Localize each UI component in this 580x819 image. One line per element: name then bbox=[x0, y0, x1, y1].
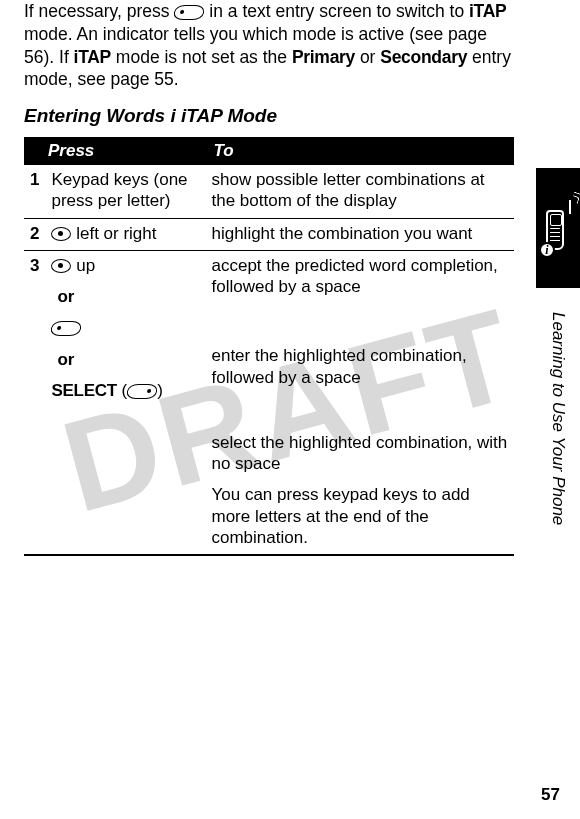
press-cell: up or or SELECT () bbox=[45, 250, 205, 555]
press-cell: Keypad keys (one press per letter) bbox=[45, 165, 205, 218]
intro-text: If necessary, press bbox=[24, 1, 174, 21]
mode-label: iTAP bbox=[74, 47, 111, 67]
to-text: enter the highlighted combination, follo… bbox=[211, 345, 508, 388]
step-number: 3 bbox=[24, 250, 45, 555]
press-cell: left or right bbox=[45, 218, 205, 250]
side-rail: i Learning to Use Your Phone bbox=[536, 168, 580, 764]
step-number: 2 bbox=[24, 218, 45, 250]
press-text: left or right bbox=[71, 224, 156, 243]
secondary-label: Secondary bbox=[380, 47, 467, 67]
table-row: 3 up or or SELECT () bbox=[24, 250, 514, 555]
step-number: 1 bbox=[24, 165, 45, 218]
col-to: To bbox=[205, 137, 514, 165]
antenna-icon bbox=[569, 200, 571, 214]
or-label: or bbox=[57, 286, 199, 307]
section-heading: Entering Words i iTAP Mode bbox=[24, 105, 514, 127]
page: DRAFT If necessary, press in a text entr… bbox=[0, 0, 580, 819]
press-text: ( bbox=[117, 381, 127, 400]
nav-key-icon bbox=[51, 225, 71, 242]
menu-key-icon bbox=[174, 3, 204, 21]
phone-icon: i bbox=[543, 202, 573, 254]
content-column: If necessary, press in a text entry scre… bbox=[24, 0, 514, 556]
primary-label: Primary bbox=[292, 47, 355, 67]
table-header-row: Press To bbox=[24, 137, 514, 165]
mode-label: iTAP bbox=[469, 1, 506, 21]
to-cell: highlight the combination you want bbox=[205, 218, 514, 250]
nav-key-icon bbox=[51, 257, 71, 274]
select-label: SELECT bbox=[51, 381, 116, 400]
page-number: 57 bbox=[541, 785, 560, 805]
instructions-table: Press To 1 Keypad keys (one press per le… bbox=[24, 137, 514, 556]
soft-key-icon bbox=[51, 319, 81, 336]
to-cell: accept the predicted word completion, fo… bbox=[205, 250, 514, 555]
or-label: or bbox=[57, 349, 199, 370]
intro-paragraph: If necessary, press in a text entry scre… bbox=[24, 0, 514, 91]
to-text: You can press keypad keys to add more le… bbox=[211, 484, 508, 548]
to-text: select the highlighted combination, with… bbox=[211, 432, 508, 475]
press-text: ) bbox=[157, 381, 163, 400]
info-badge-icon: i bbox=[539, 242, 555, 258]
press-text: up bbox=[71, 256, 95, 275]
tab-icon-box: i bbox=[536, 168, 580, 288]
section-title: Learning to Use Your Phone bbox=[536, 312, 568, 592]
intro-text: mode is not set as the bbox=[111, 47, 292, 67]
table-row: 1 Keypad keys (one press per letter) sho… bbox=[24, 165, 514, 218]
col-press: Press bbox=[24, 137, 205, 165]
right-soft-key-icon bbox=[127, 382, 157, 399]
intro-text: in a text entry screen to switch to bbox=[204, 1, 469, 21]
to-cell: show possible letter combinations at the… bbox=[205, 165, 514, 218]
to-text: accept the predicted word completion, fo… bbox=[211, 255, 508, 298]
intro-text: or bbox=[355, 47, 380, 67]
table-row: 2 left or right highlight the combinatio… bbox=[24, 218, 514, 250]
